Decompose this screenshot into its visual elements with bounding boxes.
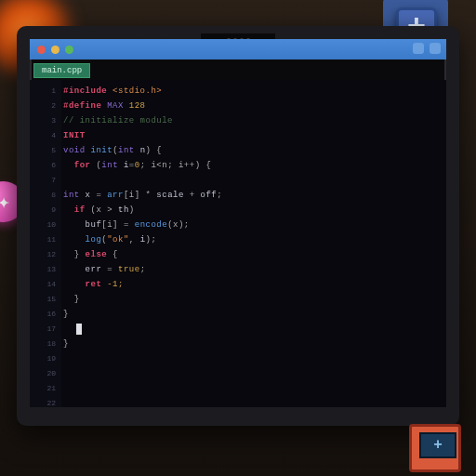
code-line: err = true;	[63, 262, 443, 277]
line-number: 19	[30, 351, 61, 366]
line-number: 12	[30, 247, 61, 262]
monitor-frame: main.cpp 1 2 3 4 5 6 7 8 9 10 11 12 13 1…	[17, 26, 459, 426]
code-line: } else {	[63, 247, 443, 262]
code-line: buf[i] = encode(x);	[63, 218, 443, 232]
line-number: 9	[30, 203, 61, 218]
code-line	[63, 322, 443, 337]
line-number: 15	[30, 292, 61, 307]
line-number: 16	[30, 307, 61, 322]
code-line: #include <stdio.h>	[63, 84, 443, 99]
line-number: 3	[30, 113, 61, 128]
code-line: }	[63, 307, 443, 322]
code-line: ret -1;	[63, 277, 443, 292]
line-number: 7	[30, 173, 61, 188]
close-icon[interactable]	[37, 46, 46, 54]
code-line: void init(int n) {	[63, 143, 443, 158]
minimize-icon[interactable]	[51, 46, 60, 54]
code-line: if (x > th)	[63, 203, 443, 218]
line-number: 17	[30, 322, 61, 337]
line-number: 1	[30, 84, 61, 99]
line-number: 13	[30, 262, 61, 277]
maximize-icon[interactable]	[65, 46, 73, 54]
mini-screen: +	[419, 432, 456, 458]
titlebar-button[interactable]	[430, 43, 441, 54]
code-line: }	[63, 337, 443, 351]
line-number: 14	[30, 277, 61, 292]
code-line: for (int i=0; i<n; i++) {	[63, 158, 443, 173]
line-number: 22	[30, 396, 61, 407]
mini-computer-icon: +	[409, 424, 461, 472]
titlebar-actions	[413, 43, 441, 54]
line-gutter: 1 2 3 4 5 6 7 8 9 10 11 12 13 14 15 16 1…	[30, 80, 61, 407]
line-number: 10	[30, 218, 61, 232]
line-number: 11	[30, 232, 61, 247]
line-number: 21	[30, 381, 61, 396]
cursor-icon	[76, 324, 82, 335]
line-number: 18	[30, 337, 61, 351]
line-number: 6	[30, 158, 61, 173]
tab-main[interactable]: main.cpp	[33, 63, 90, 78]
window-titlebar[interactable]	[30, 39, 446, 60]
code-line	[63, 173, 443, 188]
code-body[interactable]: #include <stdio.h> #define MAX 128 // in…	[63, 84, 443, 351]
code-line: log("ok", i);	[63, 232, 443, 247]
scene: + ✦ main.cpp 1 2 3 4 5 6 7 8	[0, 0, 476, 476]
code-line: #define MAX 128	[63, 99, 443, 113]
plus-icon: +	[433, 437, 443, 454]
line-number: 4	[30, 128, 61, 143]
line-number: 2	[30, 99, 61, 113]
titlebar-button[interactable]	[413, 43, 424, 54]
code-line: // initialize module	[63, 113, 443, 128]
code-line: INIT	[63, 128, 443, 143]
code-line: }	[63, 292, 443, 307]
line-number: 8	[30, 188, 61, 203]
line-number: 20	[30, 366, 61, 381]
code-line: int x = arr[i] * scale + off;	[63, 188, 443, 203]
code-editor[interactable]: 1 2 3 4 5 6 7 8 9 10 11 12 13 14 15 16 1…	[30, 80, 446, 407]
line-number: 5	[30, 143, 61, 158]
